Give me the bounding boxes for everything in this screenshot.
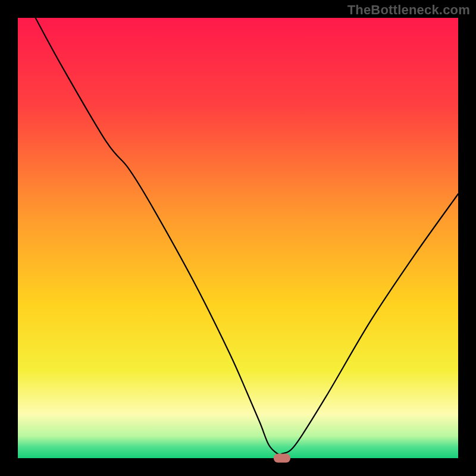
plot-area (18, 18, 458, 458)
chart-svg (18, 18, 458, 458)
watermark-text: TheBottleneck.com (347, 2, 470, 18)
current-config-marker (274, 454, 290, 463)
chart-frame: TheBottleneck.com (0, 0, 476, 476)
gradient-background (18, 18, 458, 458)
